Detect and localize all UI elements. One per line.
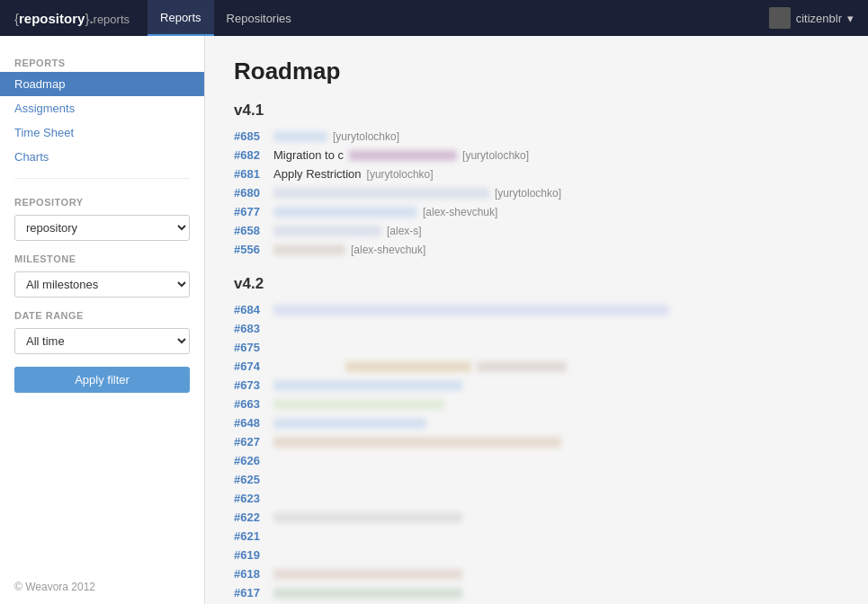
page-layout: REPORTS Roadmap Assigments Time Sheet Ch… <box>0 36 868 604</box>
issue-bar-2 <box>477 361 567 372</box>
milestone-v42-heading: v4.2 <box>234 275 839 293</box>
footer-text: © Weavora 2012 <box>14 581 95 593</box>
table-row: #627 <box>234 432 839 451</box>
milestone-v42: v4.2 #684 #683 #675 #674 #673 #663 <box>234 275 839 602</box>
repository-label: REPOSITORY <box>0 188 204 211</box>
date-range-select[interactable]: All time <box>14 328 190 354</box>
issue-bar <box>273 226 381 236</box>
brand-logo: {repository}.reports <box>14 11 130 26</box>
page-title: Roadmap <box>234 58 839 85</box>
user-menu[interactable]: citizenblr ▾ <box>769 7 854 29</box>
repository-select[interactable]: repository <box>14 215 190 241</box>
issue-user: [alex-s] <box>387 225 422 237</box>
date-range-label: DATE RANGE <box>0 301 204 324</box>
table-row: #618 <box>234 564 839 583</box>
sidebar-item-timesheet[interactable]: Time Sheet <box>0 120 204 145</box>
table-row: #680 [yurytolochko] <box>234 183 839 202</box>
issue-bar <box>273 207 417 218</box>
issue-bar <box>273 188 489 199</box>
issue-text: Migration to c <box>273 148 344 162</box>
issue-user: [alex-shevchuk] <box>351 244 425 256</box>
issue-number[interactable]: #681 <box>234 167 268 181</box>
issue-number[interactable]: #618 <box>234 567 268 581</box>
issue-number[interactable]: #677 <box>234 205 268 218</box>
issue-text: Apply Restriction <box>273 167 362 181</box>
issue-bar <box>273 244 345 255</box>
milestone-v41: v4.1 #685 [yurytolochko] #682 Migration … <box>234 102 839 259</box>
table-row: #658 [alex-s] <box>234 221 839 240</box>
sidebar-divider <box>14 178 190 179</box>
issue-user: [yurytolochko] <box>462 149 529 162</box>
issue-number[interactable]: #648 <box>234 416 268 430</box>
issue-bar <box>273 569 462 580</box>
issue-number[interactable]: #619 <box>234 548 268 562</box>
brand-name: repository <box>19 11 85 26</box>
nav-repositories[interactable]: Repositories <box>214 0 304 36</box>
issue-number[interactable]: #617 <box>234 586 268 600</box>
main-content: Roadmap v4.1 #685 [yurytolochko] #682 Mi… <box>205 36 868 604</box>
issue-number[interactable]: #621 <box>234 529 268 543</box>
issue-number[interactable]: #674 <box>234 360 268 373</box>
issue-user: [yurytolochko] <box>495 187 561 200</box>
table-row: #673 <box>234 376 839 395</box>
issue-bar <box>273 418 426 429</box>
issue-number[interactable]: #627 <box>234 435 268 449</box>
issue-number[interactable]: #682 <box>234 148 268 162</box>
issue-number[interactable]: #684 <box>234 303 268 316</box>
table-row: #663 <box>234 395 839 413</box>
user-avatar <box>769 7 791 29</box>
table-row: #617 <box>234 583 839 602</box>
issue-number[interactable]: #626 <box>234 454 268 467</box>
table-row: #556 [alex-shevchuk] <box>234 240 839 259</box>
nav-reports[interactable]: Reports <box>148 0 214 36</box>
issue-number[interactable]: #658 <box>234 224 268 237</box>
brand-sub: reports <box>94 13 130 26</box>
issue-number[interactable]: #663 <box>234 397 268 411</box>
issue-number[interactable]: #685 <box>234 129 268 143</box>
issue-bar <box>273 588 462 599</box>
issue-number[interactable]: #625 <box>234 473 268 486</box>
issue-user: [yurytolochko] <box>333 130 399 143</box>
table-row: #682 Migration to c [yurytolochko] <box>234 146 839 164</box>
table-row: #684 <box>234 300 839 319</box>
table-row: #621 <box>234 527 839 546</box>
issue-number[interactable]: #683 <box>234 322 268 335</box>
issue-bar <box>273 380 462 391</box>
issue-number[interactable]: #673 <box>234 378 268 392</box>
username-label: citizenblr <box>796 12 842 25</box>
issue-bar <box>273 399 444 410</box>
issue-number[interactable]: #623 <box>234 492 268 505</box>
table-row: #681 Apply Restriction [yurytolochko] <box>234 164 839 183</box>
issue-bar <box>273 437 561 448</box>
sidebar-item-assignments[interactable]: Assigments <box>0 96 204 120</box>
sidebar-item-charts[interactable]: Charts <box>0 145 204 169</box>
issue-bar <box>273 305 669 315</box>
table-row: #674 <box>234 357 839 376</box>
table-row: #677 [alex-shevchuk] <box>234 202 839 221</box>
sidebar-item-roadmap[interactable]: Roadmap <box>0 72 204 96</box>
table-row: #626 <box>234 451 839 470</box>
milestone-select[interactable]: All milestones <box>14 271 190 298</box>
sidebar: REPORTS Roadmap Assigments Time Sheet Ch… <box>0 36 205 604</box>
issue-number[interactable]: #556 <box>234 243 268 256</box>
issue-bar <box>345 361 471 372</box>
footer: © Weavora 2012 <box>0 570 110 604</box>
issue-bar <box>273 512 462 523</box>
table-row: #619 <box>234 546 839 564</box>
chevron-down-icon: ▾ <box>847 12 854 25</box>
issue-number[interactable]: #680 <box>234 186 268 200</box>
table-row: #685 [yurytolochko] <box>234 127 839 146</box>
issue-number[interactable]: #622 <box>234 511 268 524</box>
table-row: #675 <box>234 338 839 357</box>
issue-number[interactable]: #675 <box>234 341 268 354</box>
milestone-v41-heading: v4.1 <box>234 102 839 120</box>
issue-bar <box>273 131 327 142</box>
milestone-label: MILESTONE <box>0 244 204 268</box>
issue-user: [yurytolochko] <box>367 168 434 181</box>
table-row: #622 <box>234 508 839 527</box>
apply-filter-button[interactable]: Apply filter <box>14 367 190 393</box>
table-row: #625 <box>234 470 839 489</box>
table-row: #683 <box>234 319 839 338</box>
issue-bar <box>349 150 457 161</box>
issue-user: [alex-shevchuk] <box>423 206 497 218</box>
